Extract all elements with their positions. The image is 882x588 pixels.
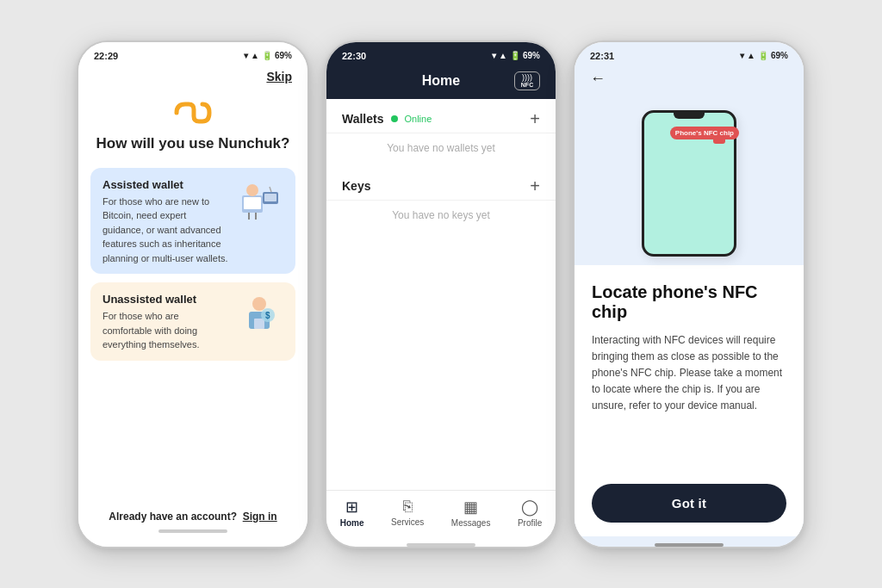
unassisted-wallet-title: Unassisted wallet: [102, 293, 228, 306]
nav-messages[interactable]: ▦ Messages: [451, 498, 491, 528]
assisted-wallet-illustration: [235, 178, 283, 220]
nunchuk-logo-icon: [170, 99, 216, 127]
phone-mockup-illustration: Phone's NFC chip: [642, 110, 736, 257]
svg-text:$: $: [265, 311, 270, 320]
phone2-content: Wallets Online + You have no wallets yet…: [326, 99, 556, 490]
nav-profile[interactable]: ◯ Profile: [518, 498, 542, 528]
phone2: 22:30 ▾ ▲ 🔋 69% Home )))) NFC Wallets On…: [325, 40, 557, 548]
got-it-button[interactable]: Got it: [592, 484, 786, 523]
unassisted-wallet-card[interactable]: Unassisted wallet For those who are comf…: [90, 282, 295, 361]
phones-container: 22:29 ▾ ▲ 🔋 69% Skip How will you use Nu…: [77, 40, 805, 548]
phone1-battery: 69%: [275, 51, 292, 60]
phone-notch: [674, 113, 705, 119]
keys-section-left: Keys: [342, 179, 370, 193]
svg-point-8: [252, 297, 266, 311]
signin-link[interactable]: Sign in: [243, 511, 277, 523]
phone1: 22:29 ▾ ▲ 🔋 69% Skip How will you use Nu…: [77, 40, 309, 548]
phone2-nav-bar: ⊞ Home ⎘ Services ▦ Messages ◯ Profile: [326, 490, 556, 536]
nfc-card-desc: Interacting with NFC devices will requir…: [592, 332, 786, 470]
nav-home-label: Home: [340, 518, 364, 528]
phone1-body: Skip How will you use Nunchuk? Assisted …: [78, 65, 307, 547]
svg-line-7: [270, 187, 271, 192]
home-bar: [158, 529, 227, 533]
wallets-label: Wallets: [342, 112, 384, 126]
assisted-wallet-text: Assisted wallet For those who are new to…: [102, 178, 228, 266]
nfc-label: NFC: [521, 82, 533, 88]
add-key-button[interactable]: +: [530, 176, 540, 196]
wifi-icon: ▾: [740, 51, 744, 60]
add-wallet-button[interactable]: +: [530, 109, 540, 129]
nfc-icon: )))) NFC: [514, 71, 540, 90]
wifi-icon: ▾: [492, 51, 496, 60]
services-icon: ⎘: [403, 498, 413, 516]
home-icon: ⊞: [345, 498, 358, 517]
signal-icon: ▲: [499, 51, 507, 60]
phone1-title: How will you use Nunchuk?: [78, 135, 307, 152]
nav-services[interactable]: ⎘ Services: [391, 498, 424, 527]
nfc-waves: )))): [522, 74, 532, 82]
assisted-wallet-desc: For those who are new to Bitcoin, need e…: [102, 195, 228, 266]
profile-icon: ◯: [521, 498, 538, 517]
phone1-header: Skip: [78, 65, 307, 84]
phone3-status-bar: 22:31 ▾ ▲ 🔋 69%: [575, 42, 804, 65]
phone3-body: ← Phone's NFC chip Locate phone's NFC ch…: [575, 65, 804, 547]
signal-icon: ▲: [251, 51, 259, 60]
phone2-status-icons: ▾ ▲ 🔋 69%: [492, 51, 540, 60]
home-bar-2: [407, 543, 475, 547]
nav-services-label: Services: [391, 517, 424, 527]
messages-icon: ▦: [463, 498, 478, 517]
signal-icon: ▲: [747, 51, 755, 60]
svg-rect-6: [264, 194, 276, 201]
nav-profile-label: Profile: [518, 518, 542, 528]
phone3-card: Locate phone's NFC chip Interacting with…: [575, 265, 804, 536]
wallets-section-left: Wallets Online: [342, 112, 432, 126]
svg-rect-10: [254, 319, 264, 329]
phone3-time: 22:31: [590, 51, 614, 61]
battery-icon: 🔋: [758, 51, 768, 60]
svg-rect-1: [244, 197, 261, 209]
phone2-time: 22:30: [342, 51, 366, 61]
phone1-footer: Already have an account? Sign in: [78, 511, 307, 523]
signin-prompt: Already have an account?: [109, 511, 237, 523]
keys-empty-text: You have no keys yet: [326, 201, 556, 233]
nfc-chip-label: Phone's NFC chip: [670, 127, 739, 139]
phone3-illustration: Phone's NFC chip: [575, 93, 804, 265]
phone1-time: 22:29: [94, 51, 118, 61]
phone1-logo: [78, 99, 307, 127]
battery-icon: 🔋: [510, 51, 520, 60]
phone1-status-bar: 22:29 ▾ ▲ 🔋 69%: [78, 42, 307, 65]
home-bar-3: [655, 543, 724, 547]
assisted-wallet-title: Assisted wallet: [102, 178, 228, 191]
phone1-status-icons: ▾ ▲ 🔋 69%: [244, 51, 292, 60]
phone3-status-icons: ▾ ▲ 🔋 69%: [740, 51, 788, 60]
online-text: Online: [405, 114, 432, 124]
phone2-battery: 69%: [523, 51, 540, 60]
unassisted-wallet-desc: For those who are comfortable with doing…: [102, 309, 228, 352]
nav-home[interactable]: ⊞ Home: [340, 498, 364, 528]
phone2-status-bar: 22:30 ▾ ▲ 🔋 69%: [326, 42, 556, 65]
online-indicator: [391, 115, 398, 122]
nav-messages-label: Messages: [451, 518, 491, 528]
wifi-icon: ▾: [244, 51, 248, 60]
keys-section-row: Keys +: [326, 166, 556, 201]
phone3-header: ←: [575, 65, 804, 93]
nfc-card-title: Locate phone's NFC chip: [592, 282, 786, 322]
battery-icon: 🔋: [262, 51, 272, 60]
assisted-wallet-card[interactable]: Assisted wallet For those who are new to…: [90, 168, 295, 275]
phone3-battery: 69%: [771, 51, 788, 60]
unassisted-wallet-illustration: $: [235, 293, 283, 334]
phone2-header-title: Home: [368, 73, 514, 89]
unassisted-wallet-text: Unassisted wallet For those who are comf…: [102, 293, 228, 352]
phone2-top-bar: Home )))) NFC: [326, 65, 556, 99]
wallets-empty-text: You have no wallets yet: [326, 133, 556, 166]
svg-point-2: [246, 184, 258, 196]
keys-label: Keys: [342, 179, 370, 193]
skip-button[interactable]: Skip: [266, 70, 292, 84]
phone3: 22:31 ▾ ▲ 🔋 69% ← Phone's NFC chip Locat…: [573, 40, 805, 548]
wallets-section-row: Wallets Online +: [326, 99, 556, 133]
back-button[interactable]: ←: [590, 70, 606, 88]
